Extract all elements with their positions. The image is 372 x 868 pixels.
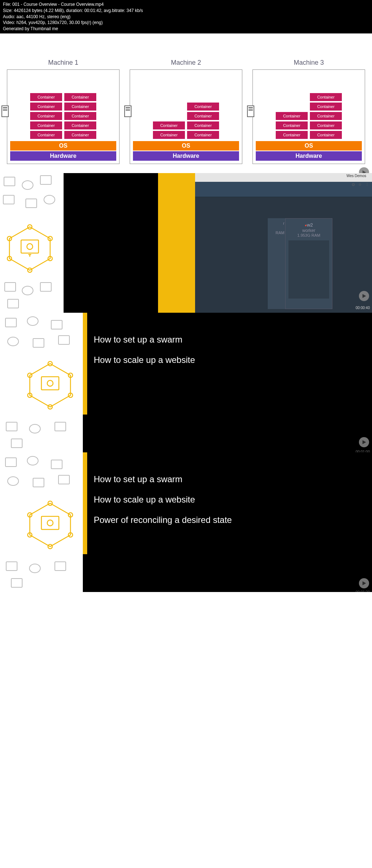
machine-1-box: ContainerContainer ContainerContainer Co… [7,69,120,164]
svg-point-15 [47,380,53,386]
file-info-header: File: 001 - Course Overview - Course Ove… [0,0,372,33]
decorative-sidebar [0,452,83,592]
node-name: w2 [307,222,313,228]
browser-controls: ⊙ ☆ ⋮ [352,182,369,187]
play-icon[interactable] [359,578,369,588]
machine-1-title: Machine 1 [7,59,120,67]
machine-3-title: Machine 3 [252,59,365,67]
network-hex-icon [1,224,59,273]
browser-tab: Wes Demos [347,174,366,178]
container-box: Container [30,93,62,101]
machine-2-box: Container Container ContainerContainer C… [130,69,242,164]
file-size: Size: 4426124 bytes (4.22 MiB), duration… [3,8,369,14]
hardware-bar: Hardware [10,151,116,161]
bullet-3: Power of reconciling a desired state [94,515,361,525]
server-icon [247,105,254,117]
thumbnail-3: How to set up a swarm How to scale up a … [0,313,372,452]
thumbnail-2: Wes Demos ⊙ ☆ ⋮ r RAM ●w2 worker 1.953G … [0,173,372,313]
server-icon [124,105,132,117]
browser-window: Wes Demos ⊙ ☆ ⋮ r RAM ●w2 worker 1.953G … [195,173,372,313]
network-hex-icon [21,500,79,549]
svg-rect-6 [21,240,39,253]
node-card-w2[interactable]: ●w2 worker 1.953G RAM [285,218,332,309]
machine-3-box: Container Container ContainerContainer C… [252,69,365,164]
star-icon[interactable]: ☆ [358,182,362,187]
file-name: File: 001 - Course Overview - Course Ove… [3,1,369,8]
thumbnail-4: How to set up a swarm How to scale up a … [0,452,372,592]
node-card-partial: r RAM [268,218,285,309]
black-panel [64,173,158,313]
node-ram: 1.953G RAM [288,233,329,237]
audio-info: Audio: aac, 44100 Hz, stereo (eng) [3,14,369,20]
play-icon[interactable] [359,291,369,301]
bullet-1: How to set up a swarm [94,474,361,484]
decorative-sidebar [0,173,64,313]
node-body [288,240,329,299]
slide-content: How to set up a swarm How to scale up a … [83,452,372,592]
svg-point-7 [27,244,33,249]
svg-point-23 [47,520,53,526]
network-hex-icon [21,361,79,410]
svg-rect-22 [41,516,59,529]
app-header [195,182,372,197]
menu-icon[interactable]: ⋮ [365,182,369,187]
thumbnail-1: Machine 1 ContainerContainer ContainerCo… [0,33,372,173]
yellow-stripe [83,452,87,554]
video-info: Video: h264, yuv420p, 1280x720, 30.00 fp… [3,20,369,26]
slide-content: How to set up a swarm How to scale up a … [83,313,372,452]
svg-rect-14 [41,377,59,390]
bullet-2: How to scale up a website [94,355,361,365]
yellow-stripe [83,313,87,415]
timestamp: 00:01:20 [356,590,370,592]
bullet-1: How to set up a swarm [94,335,361,345]
bullet-2: How to scale up a website [94,495,361,505]
decorative-sidebar [0,313,83,452]
os-bar: OS [10,141,116,151]
timestamp: 00:00:40 [356,306,370,310]
play-icon[interactable] [359,437,369,447]
machine-2-title: Machine 2 [130,59,242,67]
yellow-panel [158,173,195,313]
server-icon [1,105,9,117]
node-role: worker [288,228,329,233]
search-icon[interactable]: ⊙ [352,182,355,187]
generator: Generated by Thumbnail me [3,26,369,32]
